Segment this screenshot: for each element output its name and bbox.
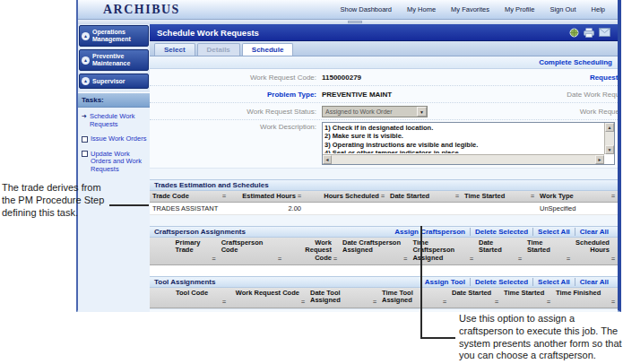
- scroll-up-icon[interactable]: ▲: [605, 123, 614, 132]
- scroll-right-icon[interactable]: ►: [595, 155, 604, 164]
- assign-craftsperson-link[interactable]: Assign Craftsperson: [390, 228, 470, 236]
- task-schedule-work-requests[interactable]: ➜ Schedule Work Requests: [82, 113, 148, 128]
- column-header-time-started[interactable]: Time Started=: [462, 191, 537, 202]
- sidebar-button-label: Supervisor: [92, 78, 125, 85]
- menu-my-home[interactable]: My Home: [407, 5, 436, 13]
- menu-show-dashboard[interactable]: Show Dashboard: [340, 5, 392, 13]
- problem-type-label[interactable]: Problem Type:: [150, 91, 316, 99]
- sort-icon: =: [547, 299, 550, 307]
- tab-schedule[interactable]: Schedule: [242, 43, 294, 56]
- column-header-trade-code[interactable]: Trade Code=: [150, 191, 229, 202]
- sidebar-button-operations-management[interactable]: ▲ Operations Management: [79, 25, 149, 47]
- sort-icon: =: [222, 193, 226, 201]
- printer-icon[interactable]: [584, 28, 594, 38]
- craftsperson-section-band: Craftsperson Assignments Assign Craftspe…: [150, 226, 618, 238]
- callout-line-trade: [109, 204, 149, 206]
- horizontal-scrollbar[interactable]: ◄ ►: [323, 154, 604, 164]
- scroll-left-icon[interactable]: ◄: [323, 155, 332, 164]
- column-header-work-request-code[interactable]: Work Request Code=: [284, 238, 340, 264]
- work-request-code-value: 1150000279: [322, 74, 361, 82]
- column-header-estimated-hours[interactable]: Estimated Hours=: [229, 191, 304, 202]
- column-header-date-craftsperson-assigned[interactable]: Date Craftsperson Assigned=: [340, 238, 410, 264]
- column-header-time-started[interactable]: Time Started=: [501, 288, 553, 308]
- vertical-scrollbar[interactable]: ▲ ▼: [604, 123, 614, 154]
- column-header-date-started[interactable]: Date Started=: [476, 238, 524, 264]
- sort-icon: =: [567, 256, 570, 264]
- sort-icon: =: [212, 256, 216, 264]
- sort-icon: =: [298, 193, 301, 201]
- craftsperson-empty-rows: [150, 265, 618, 276]
- select-all-link[interactable]: Select All: [533, 278, 575, 286]
- page-title: Schedule Work Requests: [157, 28, 259, 38]
- work-request-form: Work Request Code: 1150000279 Requested …: [150, 69, 618, 169]
- work-type-cell: UnSpecified: [537, 203, 618, 214]
- column-header-hours-scheduled[interactable]: Hours Scheduled=: [304, 191, 387, 202]
- checkbox-icon: [82, 151, 88, 157]
- delete-selected-link[interactable]: Delete Selected: [471, 278, 532, 286]
- task-update-work-orders[interactable]: Update Work Orders and Work Requests: [82, 151, 148, 174]
- arrow-icon: ➜: [82, 113, 87, 128]
- column-header-time-started[interactable]: Time Started=: [524, 238, 573, 264]
- select-column: [150, 288, 173, 308]
- sort-icon: =: [301, 299, 305, 307]
- column-header-work-request-code[interactable]: Work Request Code=: [229, 288, 307, 308]
- clear-all-link[interactable]: Clear All: [575, 228, 613, 236]
- tool-section-band: Tool Assignments Assign Tool Delete Sele…: [150, 276, 618, 288]
- column-header-time-finished[interactable]: Time Finished=: [553, 288, 618, 308]
- annotation-craftsperson-note: Use this option to assign a craftsperson…: [459, 313, 622, 362]
- column-header-primary-trade[interactable]: Primary Trade=: [173, 238, 219, 264]
- requested-by-label[interactable]: Requested by:: [419, 74, 618, 82]
- task-issue-work-orders[interactable]: Issue Work Orders: [82, 135, 148, 143]
- sidebar-button-supervisor[interactable]: ▲ Supervisor: [79, 74, 149, 89]
- collapse-strip: [78, 20, 618, 24]
- top-menu: Show Dashboard My Home My Favorites My P…: [340, 5, 618, 13]
- collapse-handle-icon[interactable]: [348, 21, 362, 23]
- tab-select[interactable]: Select: [154, 43, 195, 56]
- sidebar-button-label: Operations Management: [92, 29, 146, 43]
- spacer: [150, 215, 618, 226]
- column-header-tool-code[interactable]: Tool Code=: [173, 288, 229, 308]
- column-header-work-type[interactable]: Work Type=: [537, 191, 618, 202]
- trade-code-cell: TRADES ASSISTANT: [150, 203, 229, 214]
- table-row-trades[interactable]: TRADES ASSISTANT 2.00 UnSpecified: [150, 203, 618, 215]
- work-description-textarea[interactable]: 1) Check if in designated location. 2) M…: [322, 122, 615, 165]
- sidebar-button-preventive-maintenance[interactable]: ▲ Preventive Maintenance: [79, 49, 149, 71]
- column-header-time-tool-assigned[interactable]: Time Tool Assigned=: [379, 288, 449, 308]
- sort-icon: =: [518, 256, 522, 264]
- scroll-down-icon[interactable]: ▼: [605, 145, 614, 154]
- envelope-icon[interactable]: [599, 28, 610, 37]
- work-request-code-label: Work Request Code:: [150, 74, 316, 82]
- globe-icon[interactable]: [569, 28, 579, 38]
- sort-icon: =: [443, 299, 446, 307]
- menu-my-profile[interactable]: My Profile: [505, 5, 534, 13]
- sort-icon: =: [278, 256, 281, 264]
- clear-all-link[interactable]: Clear All: [575, 278, 613, 286]
- select-column: [150, 238, 173, 264]
- form-row-description: Work Description: 1) Check if in designa…: [150, 120, 618, 169]
- sort-icon: =: [470, 256, 473, 264]
- form-row: Work Request Code: 1150000279 Requested …: [150, 69, 618, 86]
- complete-scheduling-link[interactable]: Complete Scheduling: [539, 58, 612, 66]
- menu-my-favorites[interactable]: My Favorites: [451, 5, 489, 13]
- chevron-down-icon[interactable]: ▼: [417, 107, 427, 117]
- sort-icon: =: [403, 256, 407, 264]
- column-header-date-started[interactable]: Date Started=: [387, 191, 462, 202]
- craftsperson-table-header: Primary Trade= Craftsperson Code= Work R…: [150, 238, 618, 265]
- work-request-status-dropdown[interactable]: Assigned to Work Order ▼: [322, 106, 428, 117]
- screenshot-canvas: ARCHIBUS Show Dashboard My Home My Favor…: [0, 0, 623, 364]
- estimated-hours-cell: 2.00: [229, 203, 304, 214]
- date-work-requested-label: Date Work Requested:: [419, 91, 618, 99]
- column-header-scheduled-hours[interactable]: Scheduled Hours=: [573, 238, 618, 264]
- sidebar: ▲ Operations Management ▲ Preventive Mai…: [78, 24, 150, 312]
- column-header-date-started[interactable]: Date Started=: [449, 288, 501, 308]
- callout-line-craftsperson-vertical: [420, 226, 422, 339]
- assign-tool-link[interactable]: Assign Tool: [420, 278, 470, 286]
- select-all-link[interactable]: Select All: [533, 228, 575, 236]
- delete-selected-link[interactable]: Delete Selected: [471, 228, 532, 236]
- column-header-craftsperson-code[interactable]: Craftsperson Code=: [219, 238, 285, 264]
- sort-icon: =: [373, 299, 376, 307]
- menu-help[interactable]: Help: [592, 5, 605, 13]
- column-header-date-tool-assigned[interactable]: Date Tool Assigned=: [307, 288, 379, 308]
- sort-icon: =: [381, 193, 385, 201]
- menu-sign-out[interactable]: Sign Out: [549, 5, 575, 13]
